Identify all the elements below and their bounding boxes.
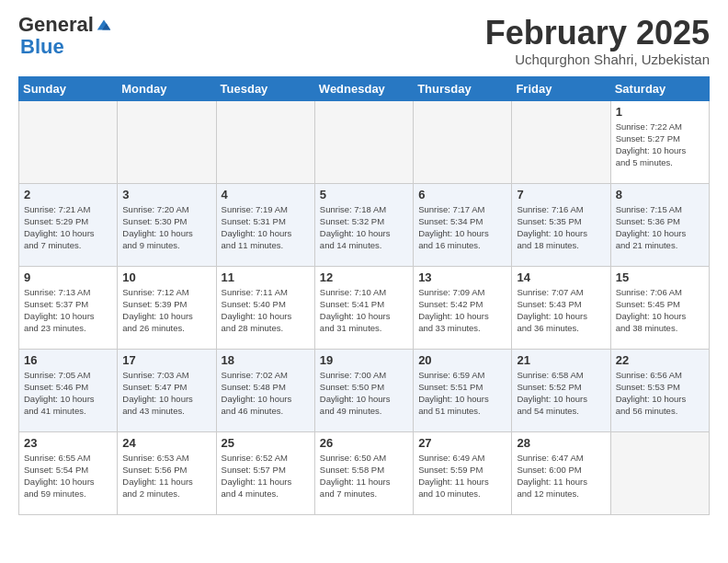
day-info: Sunrise: 7:16 AM Sunset: 5:35 PM Dayligh… bbox=[517, 203, 605, 252]
calendar-cell: 21Sunrise: 6:58 AM Sunset: 5:52 PM Dayli… bbox=[512, 349, 610, 431]
calendar-cell: 3Sunrise: 7:20 AM Sunset: 5:30 PM Daylig… bbox=[118, 183, 216, 266]
calendar-cell bbox=[414, 100, 512, 183]
page: General Blue February 2025 Uchqurghon Sh… bbox=[0, 0, 728, 530]
day-number: 16 bbox=[24, 353, 112, 367]
day-info: Sunrise: 7:12 AM Sunset: 5:39 PM Dayligh… bbox=[122, 286, 210, 335]
day-info: Sunrise: 7:22 AM Sunset: 5:27 PM Dayligh… bbox=[616, 121, 704, 169]
calendar-cell bbox=[118, 100, 216, 183]
calendar-cell: 13Sunrise: 7:09 AM Sunset: 5:42 PM Dayli… bbox=[414, 266, 512, 349]
calendar-cell bbox=[19, 100, 118, 183]
calendar-cell: 15Sunrise: 7:06 AM Sunset: 5:45 PM Dayli… bbox=[610, 266, 709, 349]
day-number: 10 bbox=[122, 270, 210, 284]
day-number: 20 bbox=[418, 353, 506, 367]
day-number: 23 bbox=[24, 436, 112, 450]
day-number: 15 bbox=[616, 270, 704, 284]
day-info: Sunrise: 7:09 AM Sunset: 5:42 PM Dayligh… bbox=[418, 286, 506, 335]
day-info: Sunrise: 6:53 AM Sunset: 5:56 PM Dayligh… bbox=[122, 452, 210, 500]
weekday-monday: Monday bbox=[118, 76, 216, 100]
day-info: Sunrise: 7:13 AM Sunset: 5:37 PM Dayligh… bbox=[24, 286, 112, 335]
calendar-cell: 4Sunrise: 7:19 AM Sunset: 5:31 PM Daylig… bbox=[216, 183, 314, 266]
calendar-cell: 9Sunrise: 7:13 AM Sunset: 5:37 PM Daylig… bbox=[19, 266, 118, 349]
week-row-4: 16Sunrise: 7:05 AM Sunset: 5:46 PM Dayli… bbox=[19, 349, 710, 431]
day-number: 25 bbox=[222, 436, 310, 450]
calendar-cell: 26Sunrise: 6:50 AM Sunset: 5:58 PM Dayli… bbox=[314, 431, 413, 514]
day-info: Sunrise: 6:47 AM Sunset: 6:00 PM Dayligh… bbox=[517, 452, 605, 500]
day-info: Sunrise: 6:52 AM Sunset: 5:57 PM Dayligh… bbox=[222, 452, 310, 500]
day-info: Sunrise: 6:59 AM Sunset: 5:51 PM Dayligh… bbox=[418, 369, 506, 418]
day-number: 22 bbox=[616, 353, 704, 367]
day-info: Sunrise: 7:05 AM Sunset: 5:46 PM Dayligh… bbox=[24, 369, 112, 418]
day-info: Sunrise: 7:07 AM Sunset: 5:43 PM Dayligh… bbox=[517, 286, 605, 335]
calendar-cell: 18Sunrise: 7:02 AM Sunset: 5:48 PM Dayli… bbox=[216, 349, 314, 431]
day-number: 26 bbox=[320, 436, 408, 450]
day-number: 21 bbox=[517, 353, 605, 367]
day-number: 28 bbox=[517, 436, 605, 450]
calendar-cell: 27Sunrise: 6:49 AM Sunset: 5:59 PM Dayli… bbox=[414, 431, 512, 514]
weekday-sunday: Sunday bbox=[19, 76, 118, 100]
day-number: 24 bbox=[122, 436, 210, 450]
calendar-cell: 8Sunrise: 7:15 AM Sunset: 5:36 PM Daylig… bbox=[610, 183, 709, 266]
day-info: Sunrise: 7:06 AM Sunset: 5:45 PM Dayligh… bbox=[616, 286, 704, 335]
logo-blue-text: Blue bbox=[20, 35, 64, 58]
day-info: Sunrise: 7:03 AM Sunset: 5:47 PM Dayligh… bbox=[122, 369, 210, 418]
day-number: 9 bbox=[24, 270, 112, 284]
calendar-cell: 20Sunrise: 6:59 AM Sunset: 5:51 PM Dayli… bbox=[414, 349, 512, 431]
logo: General Blue bbox=[18, 15, 112, 59]
day-number: 8 bbox=[616, 188, 704, 201]
header: General Blue February 2025 Uchqurghon Sh… bbox=[18, 15, 710, 67]
calendar-cell: 28Sunrise: 6:47 AM Sunset: 6:00 PM Dayli… bbox=[512, 431, 610, 514]
weekday-wednesday: Wednesday bbox=[314, 76, 413, 100]
calendar-cell: 10Sunrise: 7:12 AM Sunset: 5:39 PM Dayli… bbox=[118, 266, 216, 349]
calendar-cell bbox=[610, 431, 709, 514]
day-info: Sunrise: 7:10 AM Sunset: 5:41 PM Dayligh… bbox=[320, 286, 408, 335]
day-number: 27 bbox=[418, 436, 506, 450]
day-number: 7 bbox=[517, 188, 605, 201]
day-info: Sunrise: 7:21 AM Sunset: 5:29 PM Dayligh… bbox=[24, 203, 112, 252]
day-info: Sunrise: 6:55 AM Sunset: 5:54 PM Dayligh… bbox=[24, 452, 112, 500]
day-info: Sunrise: 7:02 AM Sunset: 5:48 PM Dayligh… bbox=[222, 369, 310, 418]
calendar-cell bbox=[512, 100, 610, 183]
month-title: February 2025 bbox=[485, 15, 710, 52]
day-number: 19 bbox=[320, 353, 408, 367]
calendar-cell: 5Sunrise: 7:18 AM Sunset: 5:32 PM Daylig… bbox=[314, 183, 413, 266]
day-info: Sunrise: 7:19 AM Sunset: 5:31 PM Dayligh… bbox=[222, 203, 310, 252]
title-block: February 2025 Uchqurghon Shahri, Uzbekis… bbox=[485, 15, 710, 67]
calendar-cell: 2Sunrise: 7:21 AM Sunset: 5:29 PM Daylig… bbox=[19, 183, 118, 266]
week-row-1: 1Sunrise: 7:22 AM Sunset: 5:27 PM Daylig… bbox=[19, 100, 710, 183]
calendar-cell: 17Sunrise: 7:03 AM Sunset: 5:47 PM Dayli… bbox=[118, 349, 216, 431]
weekday-thursday: Thursday bbox=[414, 76, 512, 100]
calendar-cell: 24Sunrise: 6:53 AM Sunset: 5:56 PM Dayli… bbox=[118, 431, 216, 514]
day-number: 17 bbox=[122, 353, 210, 367]
calendar-cell: 7Sunrise: 7:16 AM Sunset: 5:35 PM Daylig… bbox=[512, 183, 610, 266]
day-number: 2 bbox=[24, 188, 112, 201]
weekday-saturday: Saturday bbox=[610, 76, 709, 100]
calendar: SundayMondayTuesdayWednesdayThursdayFrid… bbox=[18, 76, 710, 515]
calendar-cell bbox=[314, 100, 413, 183]
weekday-friday: Friday bbox=[512, 76, 610, 100]
day-number: 1 bbox=[616, 105, 704, 119]
day-number: 5 bbox=[320, 188, 408, 201]
day-info: Sunrise: 7:20 AM Sunset: 5:30 PM Dayligh… bbox=[122, 203, 210, 252]
calendar-cell: 12Sunrise: 7:10 AM Sunset: 5:41 PM Dayli… bbox=[314, 266, 413, 349]
day-info: Sunrise: 7:18 AM Sunset: 5:32 PM Dayligh… bbox=[320, 203, 408, 252]
day-number: 14 bbox=[517, 270, 605, 284]
day-info: Sunrise: 7:17 AM Sunset: 5:34 PM Dayligh… bbox=[418, 203, 506, 252]
weekday-header-row: SundayMondayTuesdayWednesdayThursdayFrid… bbox=[19, 76, 710, 100]
calendar-cell: 25Sunrise: 6:52 AM Sunset: 5:57 PM Dayli… bbox=[216, 431, 314, 514]
calendar-cell: 16Sunrise: 7:05 AM Sunset: 5:46 PM Dayli… bbox=[19, 349, 118, 431]
calendar-cell: 1Sunrise: 7:22 AM Sunset: 5:27 PM Daylig… bbox=[610, 100, 709, 183]
day-number: 11 bbox=[222, 270, 310, 284]
calendar-cell bbox=[216, 100, 314, 183]
week-row-5: 23Sunrise: 6:55 AM Sunset: 5:54 PM Dayli… bbox=[19, 431, 710, 514]
day-info: Sunrise: 6:56 AM Sunset: 5:53 PM Dayligh… bbox=[616, 369, 704, 418]
day-number: 13 bbox=[418, 270, 506, 284]
logo-icon bbox=[96, 17, 112, 33]
calendar-cell: 19Sunrise: 7:00 AM Sunset: 5:50 PM Dayli… bbox=[314, 349, 413, 431]
day-number: 18 bbox=[222, 353, 310, 367]
calendar-cell: 23Sunrise: 6:55 AM Sunset: 5:54 PM Dayli… bbox=[19, 431, 118, 514]
day-info: Sunrise: 6:58 AM Sunset: 5:52 PM Dayligh… bbox=[517, 369, 605, 418]
week-row-3: 9Sunrise: 7:13 AM Sunset: 5:37 PM Daylig… bbox=[19, 266, 710, 349]
day-info: Sunrise: 7:00 AM Sunset: 5:50 PM Dayligh… bbox=[320, 369, 408, 418]
day-number: 6 bbox=[418, 188, 506, 201]
weekday-tuesday: Tuesday bbox=[216, 76, 314, 100]
